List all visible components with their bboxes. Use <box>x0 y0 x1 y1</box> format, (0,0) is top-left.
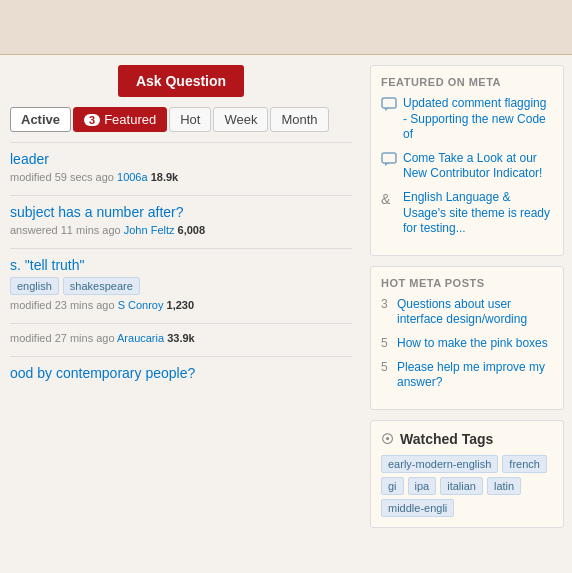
svg-text:&: & <box>381 191 391 207</box>
comment-icon <box>381 152 397 168</box>
featured-on-meta-box: FEATURED ON META Updated comment flaggin… <box>370 65 564 256</box>
ask-button-row: Ask Question <box>10 65 352 97</box>
tab-featured-badge: 3 <box>84 114 100 126</box>
tab-featured[interactable]: 3 Featured <box>73 107 167 132</box>
hot-link-3[interactable]: Please help me improve my answer? <box>397 360 553 391</box>
question-title[interactable]: s. "tell truth" <box>10 257 352 273</box>
question-item: leader modified 59 secs ago 1006a 18.9k <box>10 142 352 195</box>
question-meta: answered 11 mins ago John Feltz 6,008 <box>10 224 352 236</box>
question-meta: modified 27 mins ago Araucaria 33.9k <box>10 332 352 344</box>
watched-tags-title: ☉ Watched Tags <box>381 431 553 447</box>
hot-num: 3 <box>381 297 391 328</box>
tag-english[interactable]: english <box>10 277 59 295</box>
user-link[interactable]: S Conroy <box>118 299 164 311</box>
question-meta: modified 23 mins ago S Conroy 1,230 <box>10 299 352 311</box>
top-bar <box>0 0 572 55</box>
question-item: ood by contemporary people? <box>10 356 352 393</box>
svg-rect-0 <box>382 98 396 108</box>
tab-active[interactable]: Active <box>10 107 71 132</box>
watched-tag[interactable]: gi <box>381 477 404 495</box>
link-icon: & <box>381 191 397 207</box>
tabs-row: Active 3 Featured Hot Week Month <box>10 107 352 132</box>
hot-link-2[interactable]: How to make the pink boxes <box>397 336 548 352</box>
meta-item: Updated comment flagging - Supporting th… <box>381 96 553 143</box>
meta-item: & English Language & Usage's site theme … <box>381 190 553 237</box>
watched-tag[interactable]: middle-engli <box>381 499 454 517</box>
watched-tag[interactable]: early-modern-english <box>381 455 498 473</box>
question-title[interactable]: ood by contemporary people? <box>10 365 352 381</box>
question-title[interactable]: leader <box>10 151 352 167</box>
watched-tag[interactable]: french <box>502 455 547 473</box>
tag-shakespeare[interactable]: shakespeare <box>63 277 140 295</box>
ask-question-button[interactable]: Ask Question <box>118 65 244 97</box>
tab-featured-label: Featured <box>104 112 156 127</box>
hot-item: 5 Please help me improve my answer? <box>381 360 553 391</box>
question-item: s. "tell truth" english shakespeare modi… <box>10 248 352 323</box>
featured-meta-title: FEATURED ON META <box>381 76 553 88</box>
question-meta: modified 59 secs ago 1006a 18.9k <box>10 171 352 183</box>
user-link[interactable]: 1006a <box>117 171 148 183</box>
hot-item: 5 How to make the pink boxes <box>381 336 553 352</box>
watched-tag[interactable]: italian <box>440 477 483 495</box>
featured-meta-link-1[interactable]: Updated comment flagging - Supporting th… <box>403 96 553 143</box>
tab-month[interactable]: Month <box>270 107 328 132</box>
user-link[interactable]: Araucaria <box>117 332 164 344</box>
question-title[interactable]: subject has a number after? <box>10 204 352 220</box>
hot-meta-title: HOT META POSTS <box>381 277 553 289</box>
watched-tags-list: early-modern-english french gi ipa itali… <box>381 455 553 517</box>
hot-num: 5 <box>381 336 391 352</box>
eye-icon: ☉ <box>381 431 394 447</box>
featured-meta-link-2[interactable]: Come Take a Look at our New Contributor … <box>403 151 553 182</box>
tags-row: english shakespeare <box>10 277 352 295</box>
question-item: modified 27 mins ago Araucaria 33.9k <box>10 323 352 356</box>
question-item: subject has a number after? answered 11 … <box>10 195 352 248</box>
user-link[interactable]: John Feltz <box>124 224 175 236</box>
tab-week[interactable]: Week <box>213 107 268 132</box>
hot-meta-posts-box: HOT META POSTS 3 Questions about user in… <box>370 266 564 410</box>
featured-meta-link-3[interactable]: English Language & Usage's site theme is… <box>403 190 553 237</box>
hot-link-1[interactable]: Questions about user interface design/wo… <box>397 297 553 328</box>
svg-rect-1 <box>382 153 396 163</box>
hot-item: 3 Questions about user interface design/… <box>381 297 553 328</box>
watched-tags-box: ☉ Watched Tags early-modern-english fren… <box>370 420 564 528</box>
watched-tag[interactable]: ipa <box>408 477 437 495</box>
tab-hot[interactable]: Hot <box>169 107 211 132</box>
watched-tag[interactable]: latin <box>487 477 521 495</box>
comment-icon <box>381 97 397 113</box>
meta-item: Come Take a Look at our New Contributor … <box>381 151 553 182</box>
hot-num: 5 <box>381 360 391 391</box>
